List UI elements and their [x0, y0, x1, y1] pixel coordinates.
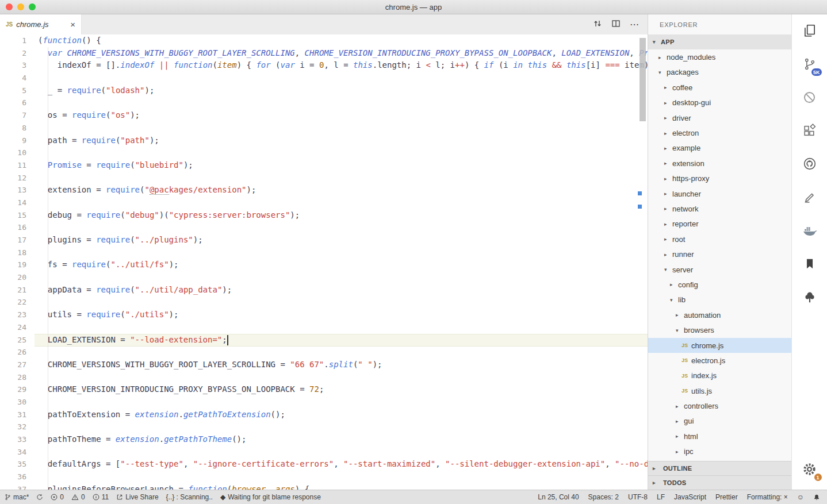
- code-line-16: [38, 221, 648, 234]
- close-tab-icon[interactable]: ×: [70, 20, 75, 29]
- line-number: 19: [0, 259, 26, 271]
- tree-item-chrome.js[interactable]: JSchrome.js: [648, 338, 791, 353]
- share-icon: [116, 494, 123, 501]
- line-number: 13: [0, 184, 26, 197]
- tree-item-server[interactable]: ▾server: [648, 262, 791, 277]
- language-mode[interactable]: JavaScript: [674, 493, 706, 501]
- tree-item-electron[interactable]: ▸electron: [648, 125, 791, 140]
- code-line-21: appData = require("../util/app_data");: [38, 284, 648, 297]
- bell-icon: [813, 494, 820, 501]
- tree-item-extension[interactable]: ▸extension: [648, 156, 791, 171]
- indentation[interactable]: Spaces: 2: [588, 493, 619, 501]
- tree-item-label: electron.js: [691, 356, 725, 365]
- tree-item-APP[interactable]: ▾APP: [648, 34, 791, 49]
- tree-item-browsers[interactable]: ▾browsers: [648, 322, 791, 337]
- formatter-prettier[interactable]: Prettier: [715, 493, 738, 501]
- code-line-22: [38, 296, 648, 309]
- tree-item-launcher[interactable]: ▸launcher: [648, 186, 791, 201]
- line-number: 6: [0, 97, 26, 109]
- tree-item-root[interactable]: ▸root: [648, 232, 791, 247]
- code-line-34: [38, 446, 648, 459]
- tab-chrome-js[interactable]: JS chrome.js ×: [0, 14, 82, 34]
- tree-item-utils.js[interactable]: JSutils.js: [648, 383, 791, 398]
- code-line-25: LOAD_EXTENSION = "--load-extension=";: [38, 334, 648, 347]
- tree-item-desktop-gui[interactable]: ▸desktop-gui: [648, 95, 791, 110]
- section-label: TODOS: [663, 479, 686, 486]
- tree-item-packages[interactable]: ▾packages: [648, 65, 791, 80]
- explorer-activity-button[interactable]: [798, 19, 821, 42]
- gitlens-icon: ◆: [220, 493, 225, 501]
- scrollbar-thumb[interactable]: [640, 38, 646, 121]
- tree-item-label: html: [684, 432, 698, 441]
- chevron-right-icon: ▸: [664, 176, 672, 182]
- tree-item-runner[interactable]: ▸runner: [648, 247, 791, 261]
- info-count[interactable]: 11: [93, 493, 109, 501]
- project-tree-activity-button[interactable]: [798, 286, 821, 309]
- tree-item-automation[interactable]: ▸automation: [648, 307, 791, 322]
- tree-item-config[interactable]: ▸config: [648, 277, 791, 292]
- scanning-status[interactable]: {..} : Scanning..: [166, 493, 213, 501]
- scrollbar[interactable]: [637, 34, 648, 490]
- git-blame-status[interactable]: ◆Waiting for git blame response: [220, 493, 321, 501]
- encoding[interactable]: UTF-8: [628, 493, 648, 501]
- window-controls: [6, 3, 36, 10]
- status-label: Formatting: ×: [747, 493, 788, 501]
- chevron-right-icon: ▸: [658, 55, 667, 60]
- tree-item-gui[interactable]: ▸gui: [648, 414, 791, 429]
- tree-item-driver[interactable]: ▸driver: [648, 110, 791, 125]
- settings-activity-button[interactable]: 1: [798, 457, 821, 480]
- section-todos[interactable]: ▸TODOS: [648, 475, 791, 490]
- warning-count[interactable]: 0: [71, 493, 85, 501]
- tree-item-example[interactable]: ▸example: [648, 141, 791, 156]
- zoom-window-button[interactable]: [29, 3, 36, 10]
- tree-item-html[interactable]: ▸html: [648, 429, 791, 444]
- status-label: mac*: [13, 493, 29, 501]
- extensions-activity-button[interactable]: [798, 119, 821, 142]
- sync-status[interactable]: [36, 494, 43, 501]
- line-number: 29: [0, 383, 26, 396]
- chevron-right-icon: ▸: [664, 84, 672, 90]
- tree-item-https-proxy[interactable]: ▸https-proxy: [648, 171, 791, 186]
- tree-item-reporter[interactable]: ▸reporter: [648, 217, 791, 232]
- status-label: 0: [81, 493, 85, 501]
- more-actions-icon[interactable]: ⋯: [630, 19, 640, 30]
- git-branch[interactable]: mac*: [5, 493, 29, 501]
- code-line-5: _ = require("lodash");: [38, 84, 648, 97]
- line-number: 35: [0, 458, 26, 471]
- info-icon: [93, 494, 99, 501]
- section-outline[interactable]: ▸OUTLINE: [648, 461, 791, 475]
- eol[interactable]: LF: [657, 493, 665, 501]
- live-share[interactable]: Live Share: [116, 493, 158, 501]
- minimize-window-button[interactable]: [17, 3, 24, 10]
- tree-item-label: extension: [672, 159, 705, 168]
- formatting-toggle[interactable]: Formatting: ×: [747, 493, 788, 501]
- tree-item-label: index.js: [691, 371, 717, 380]
- feedback-smiley[interactable]: ☺: [797, 493, 804, 501]
- tree-item-ipc[interactable]: ▸ipc: [648, 444, 791, 459]
- tree-item-controllers[interactable]: ▸controllers: [648, 398, 791, 413]
- tree-item-lib[interactable]: ▾lib: [648, 293, 791, 307]
- tree-item-coffee[interactable]: ▸coffee: [648, 80, 791, 95]
- bookmarks-activity-button[interactable]: [798, 252, 821, 275]
- source-control-activity-button[interactable]: 5K: [798, 52, 821, 75]
- docker-activity-button[interactable]: [798, 219, 821, 242]
- code-editor[interactable]: 1234567891011121314151617181920212223242…: [0, 34, 648, 490]
- open-changes-icon[interactable]: [593, 19, 602, 30]
- code-line-33: pathToTheme = extension.getPathToTheme()…: [38, 433, 648, 446]
- split-editor-icon[interactable]: [611, 19, 621, 30]
- edit-activity-button[interactable]: [798, 186, 821, 209]
- status-label: 11: [102, 493, 109, 501]
- tree-item-index.js[interactable]: JSindex.js: [648, 368, 791, 383]
- disabled-activity-button[interactable]: [798, 86, 821, 109]
- code-line-3: indexOf = [].indexOf || function(item) {…: [38, 59, 648, 72]
- close-window-button[interactable]: [6, 3, 13, 10]
- chevron-right-icon: ▸: [676, 433, 684, 439]
- sidebar-sections: ▸OUTLINE▸TODOS: [648, 461, 791, 490]
- error-count[interactable]: 0: [51, 493, 64, 501]
- tree-item-node_modules[interactable]: ▸node_modules: [648, 49, 791, 64]
- cursor-position[interactable]: Ln 25, Col 40: [538, 493, 579, 501]
- github-activity-button[interactable]: [798, 152, 821, 175]
- tree-item-network[interactable]: ▸network: [648, 201, 791, 216]
- tree-item-electron.js[interactable]: JSelectron.js: [648, 353, 791, 368]
- notifications-bell[interactable]: [813, 494, 820, 501]
